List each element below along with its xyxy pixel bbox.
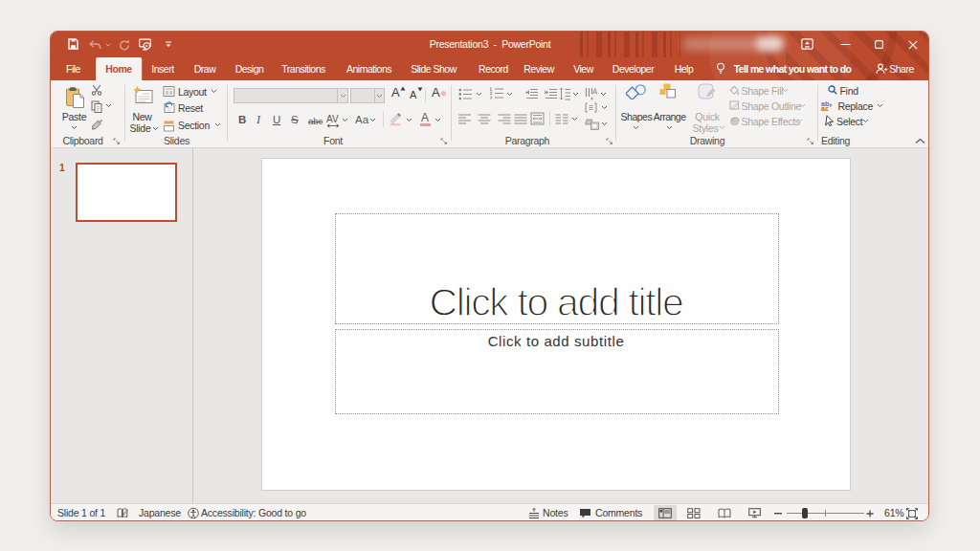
svg-text:ac: ac (821, 105, 829, 111)
